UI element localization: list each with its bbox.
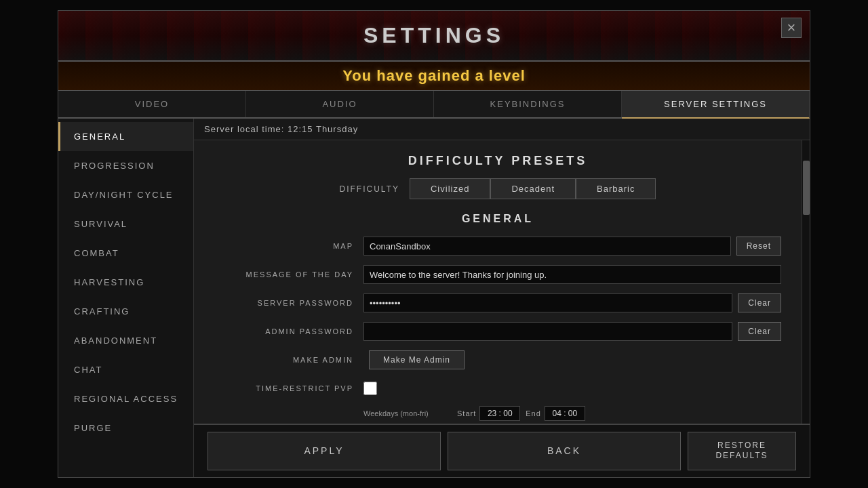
server-password-clear-btn[interactable]: Clear (738, 293, 781, 312)
make-admin-row: MAKE ADMIN Make Me Admin (214, 349, 781, 371)
close-button[interactable]: × (781, 18, 802, 38)
difficulty-decadent-btn[interactable]: Decadent (490, 178, 576, 199)
map-input[interactable] (363, 237, 731, 256)
difficulty-row: DIFFICULTY Civilized Decadent Barbaric (214, 178, 781, 199)
scrollbar-thumb[interactable] (803, 161, 810, 215)
tab-audio[interactable]: AUDIO (246, 91, 434, 117)
pvp-weekdays-row: Weekdays (mon-fri) Start End (363, 406, 781, 421)
sidebar-item-crafting[interactable]: CRAFTING (58, 297, 193, 326)
make-admin-label: MAKE ADMIN (214, 356, 363, 364)
time-restrict-pvp-checkbox[interactable] (363, 382, 377, 395)
server-time-text: Server local time: 12:15 Thursday (204, 124, 358, 134)
restore-defaults-button[interactable]: RESTOREDEFAULTS (688, 432, 796, 470)
server-time-bar: Server local time: 12:15 Thursday (194, 119, 810, 140)
tab-video[interactable]: VIDEO (58, 91, 246, 117)
settings-dialog: SETTINGS × You have gained a level VIDEO… (58, 10, 810, 478)
dialog-body: GENERAL PROGRESSION DAY/NIGHT CYCLE SURV… (58, 119, 810, 477)
admin-password-clear-btn[interactable]: Clear (738, 322, 781, 341)
sidebar-item-day-night[interactable]: DAY/NIGHT CYCLE (58, 180, 193, 209)
server-password-input[interactable] (363, 293, 732, 312)
admin-password-input[interactable] (363, 322, 732, 341)
content-area: Server local time: 12:15 Thursday DIFFIC… (194, 119, 810, 477)
tab-bar: VIDEO AUDIO KEYBINDINGS SERVER SETTINGS (58, 91, 810, 119)
pvp-weekdays-start-label: Start (457, 409, 476, 418)
map-label: MAP (214, 242, 363, 250)
map-input-group: Reset (363, 237, 781, 256)
admin-password-label: ADMIN PASSWORD (214, 327, 363, 336)
sidebar-item-purge[interactable]: PURGE (58, 413, 193, 443)
pvp-weekdays-start-input[interactable] (479, 406, 520, 421)
make-admin-btn[interactable]: Make Me Admin (369, 350, 465, 369)
motd-label: MESSAGE OF THE DAY (214, 270, 363, 279)
difficulty-presets-title: DIFFICULTY PRESETS (214, 154, 781, 168)
sidebar-item-survival[interactable]: SURVIVAL (58, 209, 193, 239)
time-restrict-pvp-label: TIME-RESTRICT PVP (214, 384, 363, 392)
sidebar-item-combat[interactable]: COMBAT (58, 239, 193, 268)
sidebar-item-abandonment[interactable]: ABANDONMENT (58, 326, 193, 355)
pvp-weekdays-end-label: End (526, 409, 541, 418)
difficulty-barbaric-btn[interactable]: Barbaric (576, 178, 656, 199)
motd-input[interactable] (363, 265, 781, 284)
pvp-weekdays-start-group: Start (457, 406, 520, 421)
dialog-header: SETTINGS × (58, 11, 810, 62)
motd-row: MESSAGE OF THE DAY (214, 264, 781, 285)
difficulty-label: DIFFICULTY (340, 184, 399, 194)
tab-server-settings[interactable]: SERVER SETTINGS (622, 91, 810, 119)
dialog-title: SETTINGS (363, 23, 505, 48)
level-up-text: You have gained a level (342, 67, 526, 84)
map-row: MAP Reset (214, 235, 781, 257)
sidebar-item-general[interactable]: GENERAL (58, 122, 193, 151)
sidebar-item-progression[interactable]: PROGRESSION (58, 151, 193, 180)
admin-password-input-group: Clear (363, 322, 781, 341)
sidebar: GENERAL PROGRESSION DAY/NIGHT CYCLE SURV… (58, 119, 194, 477)
bottom-bar: APPLY BACK RESTOREDEFAULTS (194, 424, 810, 477)
server-password-row: SERVER PASSWORD Clear (214, 292, 781, 314)
sidebar-item-harvesting[interactable]: HARVESTING (58, 268, 193, 297)
pvp-weekdays-end-input[interactable] (545, 406, 585, 421)
content-scroll: DIFFICULTY PRESETS DIFFICULTY Civilized … (194, 140, 802, 424)
scrollbar-track[interactable] (802, 140, 810, 424)
level-up-banner: You have gained a level (58, 62, 810, 91)
apply-button[interactable]: APPLY (208, 432, 441, 470)
pvp-weekdays-end-group: End (526, 406, 585, 421)
difficulty-civilized-btn[interactable]: Civilized (410, 178, 490, 199)
pvp-weekdays-label: Weekdays (mon-fri) (363, 409, 452, 418)
general-section-title: GENERAL (214, 213, 781, 225)
sidebar-item-regional-access[interactable]: REGIONAL ACCESS (58, 384, 193, 413)
tab-keybindings[interactable]: KEYBINDINGS (434, 91, 622, 117)
sidebar-item-chat[interactable]: CHAT (58, 355, 193, 384)
admin-password-row: ADMIN PASSWORD Clear (214, 321, 781, 342)
back-button[interactable]: BACK (448, 432, 681, 470)
server-password-input-group: Clear (363, 293, 781, 312)
map-reset-btn[interactable]: Reset (736, 237, 781, 256)
time-restrict-pvp-row: TIME-RESTRICT PVP (214, 378, 781, 399)
server-password-label: SERVER PASSWORD (214, 299, 363, 307)
